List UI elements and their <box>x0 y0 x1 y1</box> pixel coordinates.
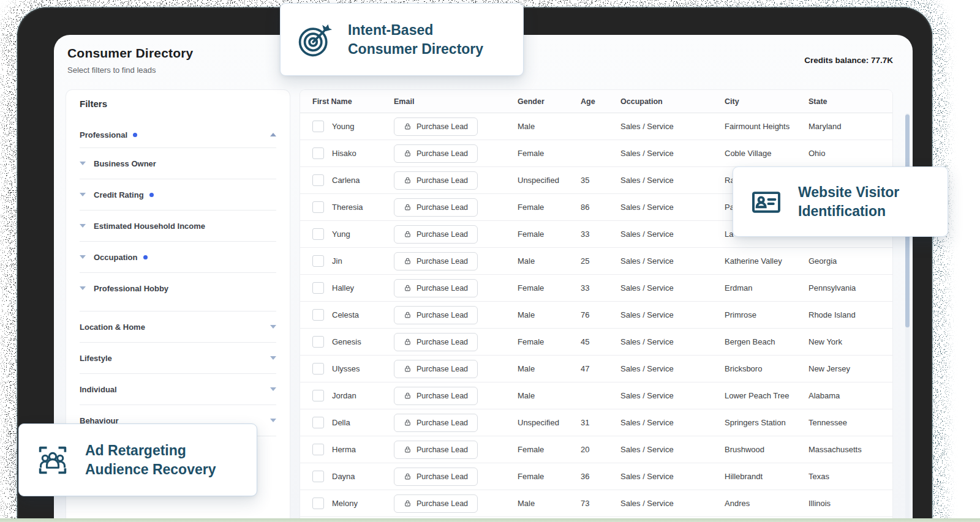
row-checkbox[interactable] <box>312 498 324 509</box>
purchase-lead-button[interactable]: Purchase Lead <box>394 225 478 244</box>
first-name-cell: Melony <box>312 498 394 509</box>
city-cell: Katherine Valley <box>725 256 809 266</box>
row-checkbox[interactable] <box>312 471 324 482</box>
purchase-lead-label: Purchase Lead <box>417 365 468 373</box>
column-header-first-name: First Name <box>312 97 394 106</box>
filter-section-label: Professional <box>80 130 127 140</box>
first-name-cell: Hisako <box>312 147 394 159</box>
row-checkbox[interactable] <box>312 390 324 401</box>
feature-card-line1: Website Visitor <box>798 183 899 202</box>
purchase-lead-label: Purchase Lead <box>417 392 468 400</box>
occupation-cell: Sales / Service <box>620 203 725 212</box>
column-header-city: City <box>725 97 809 106</box>
filter-subitem-professional-hobby[interactable]: Professional Hobby <box>80 273 276 304</box>
chevron-down-icon <box>80 286 86 290</box>
lock-icon <box>404 311 412 319</box>
row-checkbox[interactable] <box>312 282 324 294</box>
gender-cell: Female <box>518 203 581 212</box>
gender-cell: Unspecified <box>518 418 581 427</box>
first-name-value: Yung <box>332 229 350 239</box>
occupation-cell: Sales / Service <box>620 472 725 481</box>
email-cell: Purchase Lead <box>394 333 518 351</box>
age-cell: 25 <box>581 256 620 266</box>
gender-cell: Unspecified <box>518 176 581 185</box>
purchase-lead-button[interactable]: Purchase Lead <box>394 279 478 297</box>
row-checkbox[interactable] <box>312 309 324 321</box>
state-cell: Illinois <box>809 499 892 508</box>
filter-subitem-estimated-household-income[interactable]: Estimated Household Income <box>80 211 276 242</box>
row-checkbox[interactable] <box>312 336 324 348</box>
purchase-lead-button[interactable]: Purchase Lead <box>394 252 478 270</box>
filter-subitem-business-owner[interactable]: Business Owner <box>80 148 276 179</box>
email-cell: Purchase Lead <box>394 117 518 136</box>
purchase-lead-label: Purchase Lead <box>417 419 468 427</box>
email-cell: Purchase Lead <box>394 306 518 324</box>
row-checkbox[interactable] <box>312 444 324 455</box>
chevron-down-icon <box>80 255 86 259</box>
occupation-cell: Sales / Service <box>620 176 725 185</box>
lock-icon <box>404 122 412 130</box>
row-checkbox[interactable] <box>312 147 324 159</box>
purchase-lead-button[interactable]: Purchase Lead <box>394 171 478 190</box>
occupation-cell: Sales / Service <box>620 229 725 239</box>
filter-section-lifestyle[interactable]: Lifestyle <box>80 343 276 374</box>
purchase-lead-button[interactable]: Purchase Lead <box>394 117 478 136</box>
row-checkbox[interactable] <box>312 255 324 267</box>
age-cell: 35 <box>581 176 620 185</box>
purchase-lead-button[interactable]: Purchase Lead <box>394 198 478 217</box>
purchase-lead-button[interactable]: Purchase Lead <box>394 306 478 324</box>
row-checkbox[interactable] <box>312 121 324 132</box>
row-checkbox[interactable] <box>312 228 324 240</box>
filter-section-professional[interactable]: Professional <box>80 122 276 148</box>
purchase-lead-button[interactable]: Purchase Lead <box>394 468 478 486</box>
purchase-lead-label: Purchase Lead <box>417 149 468 158</box>
first-name-value: Ulysses <box>332 364 360 373</box>
row-checkbox[interactable] <box>312 417 324 428</box>
first-name-cell: Theresia <box>312 201 394 213</box>
row-checkbox[interactable] <box>312 174 324 186</box>
city-cell: Fairmount Heights <box>725 122 809 131</box>
first-name-value: Dayna <box>332 472 355 481</box>
filter-subitem-label: Credit Rating <box>94 190 144 199</box>
lock-icon <box>404 472 412 480</box>
first-name-cell: Yung <box>312 228 394 240</box>
chevron-down-icon <box>80 162 86 165</box>
state-cell: Maryland <box>809 122 892 131</box>
first-name-value: Celesta <box>332 310 359 319</box>
purchase-lead-label: Purchase Lead <box>417 284 468 293</box>
purchase-lead-button[interactable]: Purchase Lead <box>394 387 478 405</box>
filter-subitem-label: Estimated Household Income <box>94 222 205 231</box>
purchase-lead-button[interactable]: Purchase Lead <box>394 360 478 378</box>
purchase-lead-button[interactable]: Purchase Lead <box>394 333 478 351</box>
filter-subitem-credit-rating[interactable]: Credit Rating <box>80 179 276 211</box>
chevron-down-icon <box>80 193 86 196</box>
column-header-email: Email <box>394 97 518 106</box>
occupation-cell: Sales / Service <box>620 337 725 346</box>
filter-subitem-occupation[interactable]: Occupation <box>80 242 276 273</box>
purchase-lead-button[interactable]: Purchase Lead <box>394 414 478 432</box>
chevron-down-icon <box>270 419 276 422</box>
gender-cell: Female <box>518 472 581 481</box>
filter-section-location-home[interactable]: Location & Home <box>80 311 276 343</box>
column-header-gender: Gender <box>518 97 581 106</box>
purchase-lead-button[interactable]: Purchase Lead <box>394 441 478 459</box>
email-cell: Purchase Lead <box>394 225 518 244</box>
id-card-icon <box>749 185 783 219</box>
email-cell: Purchase Lead <box>394 171 518 190</box>
first-name-value: Halley <box>332 283 354 293</box>
purchase-lead-button[interactable]: Purchase Lead <box>394 494 478 513</box>
table-row: HisakoPurchase LeadFemaleSales / Service… <box>300 140 892 167</box>
city-cell: Springers Station <box>725 418 809 427</box>
filter-section-individual[interactable]: Individual <box>80 374 276 405</box>
occupation-cell: Sales / Service <box>620 283 725 293</box>
row-checkbox[interactable] <box>312 201 324 213</box>
table-header: First NameEmailGenderAgeOccupationCitySt… <box>300 90 892 113</box>
chevron-down-icon <box>270 356 276 360</box>
table-row: DellaPurchase LeadUnspecified31Sales / S… <box>300 409 892 436</box>
age-cell: 45 <box>581 337 620 346</box>
purchase-lead-button[interactable]: Purchase Lead <box>394 144 478 163</box>
gender-cell: Female <box>518 445 581 454</box>
credits-balance: Credits balance: 77.7K <box>804 56 893 65</box>
row-checkbox[interactable] <box>312 363 324 375</box>
first-name-value: Hisako <box>332 149 356 158</box>
